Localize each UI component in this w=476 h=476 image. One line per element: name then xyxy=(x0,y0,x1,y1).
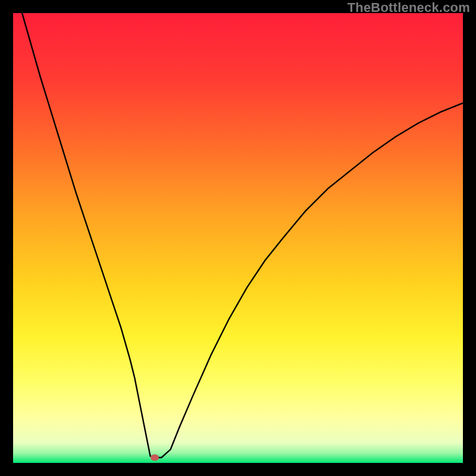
optimum-marker xyxy=(151,454,159,461)
bottleneck-chart xyxy=(13,13,463,463)
chart-frame xyxy=(13,13,463,463)
gradient-background xyxy=(13,13,463,463)
watermark-text: TheBottleneck.com xyxy=(347,0,470,15)
